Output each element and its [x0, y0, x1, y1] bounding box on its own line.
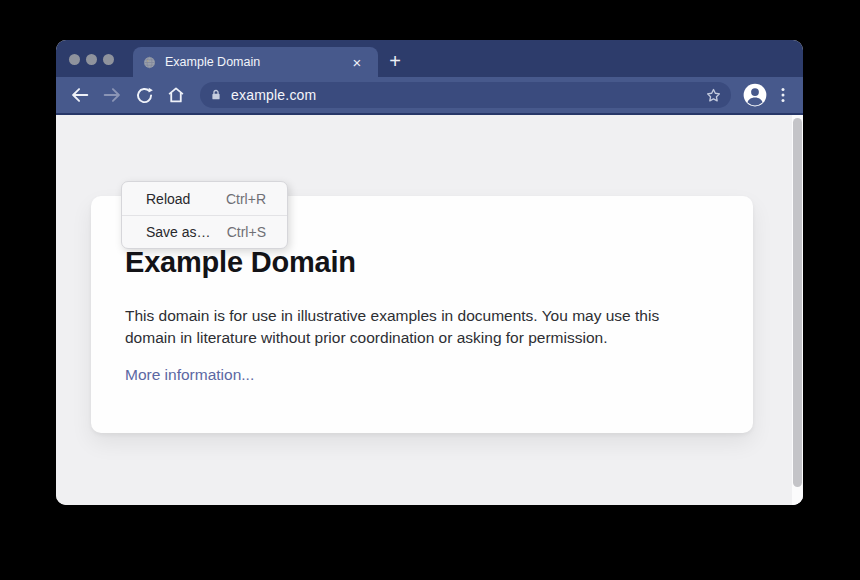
profile-avatar-button[interactable] [741, 81, 769, 109]
reload-button[interactable] [130, 81, 158, 109]
menu-item-shortcut: Ctrl+R [226, 191, 266, 207]
context-menu-item-reload[interactable]: Reload Ctrl+R [122, 182, 287, 215]
new-tab-button[interactable]: + [383, 49, 407, 73]
tab-title: Example Domain [165, 55, 348, 69]
browser-tab[interactable]: Example Domain × [133, 47, 378, 77]
back-arrow-icon [69, 84, 91, 106]
menu-item-shortcut: Ctrl+S [227, 224, 266, 240]
lock-icon [209, 88, 223, 102]
window-maximize-button[interactable] [103, 54, 114, 65]
forward-arrow-icon [101, 84, 123, 106]
menu-item-label: Reload [146, 191, 190, 207]
scrollbar-thumb[interactable] [793, 118, 802, 487]
star-icon [704, 86, 723, 105]
screenshot-stage: Example Domain × + [0, 0, 860, 580]
home-icon [165, 84, 187, 106]
avatar-icon [742, 82, 768, 108]
browser-window: Example Domain × + [56, 40, 803, 505]
back-button[interactable] [66, 81, 94, 109]
forward-button[interactable] [98, 81, 126, 109]
context-menu-item-save-as[interactable]: Save as… Ctrl+S [122, 215, 287, 248]
context-menu: Reload Ctrl+R Save as… Ctrl+S [121, 181, 288, 249]
home-button[interactable] [162, 81, 190, 109]
page-title: Example Domain [125, 246, 713, 279]
reload-icon [134, 85, 155, 106]
window-close-button[interactable] [69, 54, 80, 65]
url-text: example.com [231, 87, 316, 103]
menu-item-label: Save as… [146, 224, 211, 240]
window-controls [69, 54, 114, 65]
page-paragraph: This domain is for use in illustrative e… [125, 305, 710, 349]
favicon-globe-icon [143, 56, 156, 69]
page-viewport: Example Domain This domain is for use in… [56, 115, 803, 505]
more-information-link[interactable]: More information... [125, 366, 254, 384]
tab-strip: Example Domain × + [56, 40, 803, 77]
tab-close-icon[interactable]: × [348, 53, 366, 71]
browser-menu-button[interactable] [773, 81, 793, 109]
bookmark-star-button[interactable] [704, 86, 723, 105]
scrollbar-track[interactable] [792, 115, 803, 505]
address-bar[interactable]: example.com [200, 82, 731, 108]
kebab-menu-icon [773, 85, 793, 105]
window-minimize-button[interactable] [86, 54, 97, 65]
browser-toolbar: example.com [56, 77, 803, 115]
